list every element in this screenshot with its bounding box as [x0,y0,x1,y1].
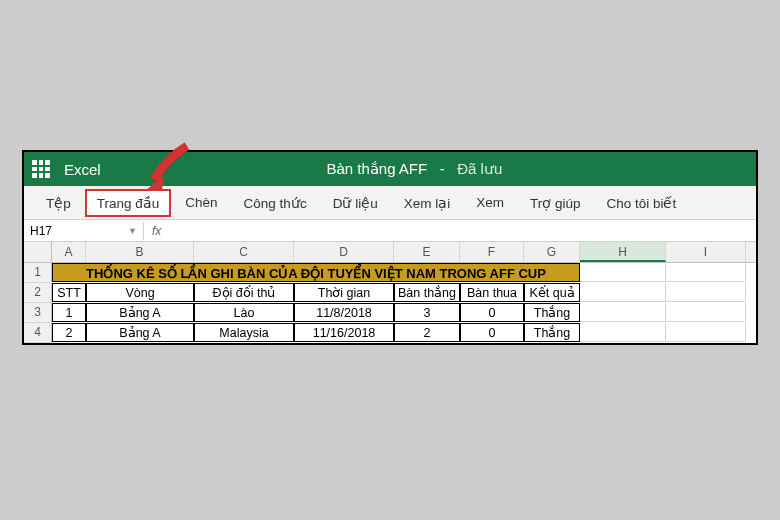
cell[interactable] [580,323,666,342]
cell[interactable] [580,283,666,302]
table-cell[interactable]: Lào [194,303,294,322]
row-header[interactable]: 1 [24,263,52,283]
cell[interactable] [580,303,666,322]
tab-file[interactable]: Tệp [34,189,83,217]
title-separator: - [440,160,445,177]
tab-data[interactable]: Dữ liệu [321,189,390,217]
formula-input[interactable] [170,220,756,241]
row-header[interactable]: 4 [24,323,52,343]
titlebar: Excel Bàn thắng AFF - Đã lưu [24,152,756,186]
table-cell[interactable]: Thắng [524,303,580,322]
col-header[interactable]: F [460,242,524,262]
table-cell[interactable]: Bảng A [86,323,194,342]
chevron-down-icon[interactable]: ▼ [128,226,137,236]
tab-view[interactable]: Xem [464,189,516,216]
table-header[interactable]: Vòng [86,283,194,302]
col-header[interactable]: H [580,242,666,262]
col-header[interactable]: A [52,242,86,262]
col-header[interactable]: E [394,242,460,262]
table-cell[interactable]: 1 [52,303,86,322]
app-launcher-icon[interactable] [32,160,50,178]
ribbon-tabs: Tệp Trang đầu Chèn Công thức Dữ liệu Xem… [24,186,756,220]
row-header[interactable]: 3 [24,303,52,323]
tab-formulas[interactable]: Công thức [232,189,319,217]
excel-window: Excel Bàn thắng AFF - Đã lưu Tệp Trang đ… [22,150,758,345]
table-cell[interactable]: 11/16/2018 [294,323,394,342]
tab-insert[interactable]: Chèn [173,189,229,216]
column-headers: A B C D E F G H I [24,242,756,263]
formula-bar: H17 ▼ fx [24,220,756,242]
row-3: 3 1 Bảng A Lào 11/8/2018 3 0 Thắng [24,303,756,323]
table-header[interactable]: Thời gian [294,283,394,302]
col-header[interactable]: C [194,242,294,262]
col-header[interactable]: B [86,242,194,262]
document-title: Bàn thắng AFF - Đã lưu [141,160,688,178]
grid: A B C D E F G H I 1 THỐNG KÊ SỐ LẦN GHI … [24,242,756,343]
col-header[interactable]: G [524,242,580,262]
table-cell[interactable]: 2 [394,323,460,342]
table-cell[interactable]: Malaysia [194,323,294,342]
tab-review[interactable]: Xem lại [392,189,463,217]
table-cell[interactable]: Thắng [524,323,580,342]
tab-tell-me[interactable]: Cho tôi biết [594,189,688,217]
table-header[interactable]: Bàn thua [460,283,524,302]
cell[interactable] [666,323,746,342]
table-header[interactable]: Kết quả [524,283,580,302]
table-cell[interactable]: 11/8/2018 [294,303,394,322]
row-1: 1 THỐNG KÊ SỐ LẦN GHI BÀN CỦA ĐỘI TUYỂN … [24,263,756,283]
table-header[interactable]: STT [52,283,86,302]
select-all-corner[interactable] [24,242,52,262]
table-header[interactable]: Đội đối thủ [194,283,294,302]
fx-icon[interactable]: fx [144,224,170,238]
table-cell[interactable]: 2 [52,323,86,342]
app-name: Excel [64,161,101,178]
table-cell[interactable]: 0 [460,303,524,322]
col-header[interactable]: D [294,242,394,262]
col-header[interactable]: I [666,242,746,262]
table-cell[interactable]: Bảng A [86,303,194,322]
table-cell[interactable]: 3 [394,303,460,322]
row-4: 4 2 Bảng A Malaysia 11/16/2018 2 0 Thắng [24,323,756,343]
cell[interactable] [666,263,746,282]
cell[interactable] [666,303,746,322]
save-status: Đã lưu [457,160,502,177]
row-2: 2 STT Vòng Đội đối thủ Thời gian Bàn thắ… [24,283,756,303]
tab-help[interactable]: Trợ giúp [518,189,593,217]
cell[interactable] [580,263,666,282]
row-header[interactable]: 2 [24,283,52,303]
doc-title-text: Bàn thắng AFF [326,160,427,177]
name-box[interactable]: H17 ▼ [24,222,144,240]
name-box-value: H17 [30,224,52,238]
cell[interactable] [666,283,746,302]
sheet-title-cell[interactable]: THỐNG KÊ SỐ LẦN GHI BÀN CỦA ĐỘI TUYỂN VI… [52,263,580,282]
table-cell[interactable]: 0 [460,323,524,342]
tab-home[interactable]: Trang đầu [85,189,172,217]
table-header[interactable]: Bàn thắng [394,283,460,302]
